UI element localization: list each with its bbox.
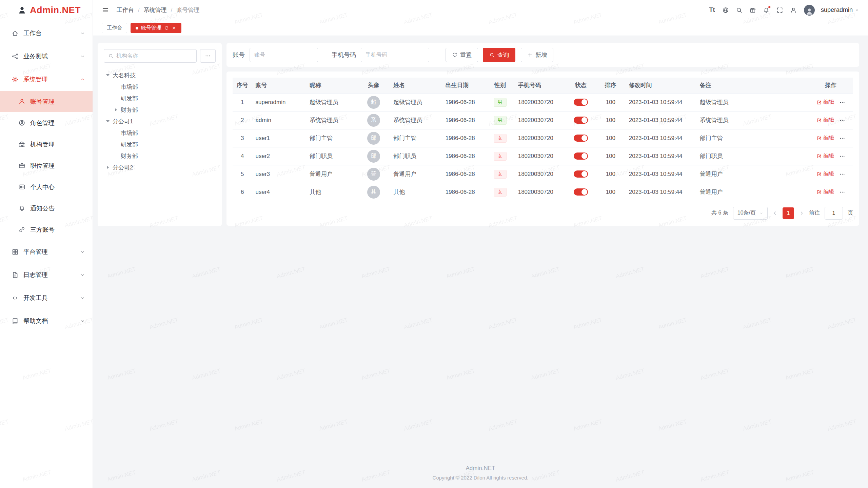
- cell-account: user2: [252, 147, 306, 165]
- sidebar-item[interactable]: 帮助文档: [0, 309, 93, 332]
- search-icon[interactable]: [734, 5, 744, 15]
- refresh-icon[interactable]: [164, 26, 169, 30]
- fullscreen-icon[interactable]: [775, 5, 785, 15]
- sidebar-item[interactable]: 三方账号: [0, 219, 93, 240]
- more-actions-icon[interactable]: [839, 153, 845, 159]
- next-page-icon[interactable]: [799, 210, 804, 216]
- sidebar-item[interactable]: 个人中心: [0, 176, 93, 198]
- sidebar-item[interactable]: 机构管理: [0, 134, 93, 155]
- chevron-down-icon: [80, 249, 85, 255]
- edit-label: 编辑: [824, 170, 834, 178]
- tree-node[interactable]: 研发部: [104, 139, 216, 150]
- edit-button[interactable]: 编辑: [816, 152, 834, 160]
- tree-node[interactable]: 市场部: [104, 81, 216, 93]
- tree-node[interactable]: 财务部: [104, 150, 216, 162]
- status-toggle[interactable]: [574, 135, 588, 142]
- cell-sort: 100: [596, 129, 626, 147]
- profile-icon[interactable]: [788, 5, 798, 15]
- cell-avatar: 超: [357, 93, 390, 111]
- cell-birthday: 1986-06-28: [442, 129, 486, 147]
- org-search-input[interactable]: [116, 53, 192, 59]
- edit-button[interactable]: 编辑: [816, 170, 834, 178]
- reset-button[interactable]: 重置: [446, 48, 478, 62]
- cell-actions: 编辑: [808, 183, 853, 201]
- logo[interactable]: Admin.NET: [0, 0, 93, 20]
- active-tab-dot: [136, 27, 138, 29]
- breadcrumb-item[interactable]: 系统管理: [144, 6, 167, 14]
- cell-modified-time: 2023-01-03 10:59:44: [626, 111, 696, 129]
- language-icon[interactable]: [721, 5, 731, 15]
- edit-icon: [816, 118, 822, 123]
- avatar[interactable]: [804, 5, 815, 16]
- edit-button[interactable]: 编辑: [816, 117, 834, 124]
- sidebar-item[interactable]: 开发工具: [0, 286, 93, 309]
- sidebar-item[interactable]: 平台管理: [0, 240, 93, 263]
- notification-bell-icon[interactable]: [761, 5, 771, 15]
- sidebar-item[interactable]: 账号管理: [0, 91, 93, 112]
- sidebar-item[interactable]: 职位管理: [0, 155, 93, 176]
- tree-node[interactable]: 研发部: [104, 93, 216, 104]
- cell-actions: 编辑: [808, 111, 853, 129]
- font-size-icon[interactable]: Tt: [707, 5, 717, 15]
- cell-gender: 女: [486, 147, 515, 165]
- sidebar-item[interactable]: 系统管理: [0, 68, 93, 91]
- username: superadmin: [821, 6, 853, 14]
- add-button[interactable]: 新增: [521, 48, 553, 62]
- cell-name: 其他: [390, 183, 442, 201]
- more-actions-icon[interactable]: [839, 171, 845, 177]
- prev-page-icon[interactable]: [772, 210, 778, 216]
- caret-icon: [114, 108, 118, 112]
- cell-birthday: 1986-06-28: [442, 183, 486, 201]
- log-icon: [12, 271, 19, 279]
- tree-node[interactable]: 财务部: [104, 104, 216, 116]
- more-actions-icon[interactable]: [839, 99, 845, 105]
- status-toggle[interactable]: [574, 188, 588, 196]
- tabs-bar: 工作台 账号管理: [93, 20, 868, 36]
- sidebar-item[interactable]: 业务测试: [0, 45, 93, 68]
- goto-page-input[interactable]: [825, 207, 843, 220]
- cell-avatar: 系: [357, 111, 390, 129]
- more-icon: [205, 53, 211, 59]
- tab-account-management[interactable]: 账号管理: [131, 23, 181, 33]
- chevron-down-icon: [80, 272, 85, 278]
- cell-index: 4: [233, 147, 252, 165]
- notification-badge: [768, 6, 771, 8]
- tree-node[interactable]: 分公司2: [104, 162, 216, 173]
- sidebar-item[interactable]: 工作台: [0, 22, 93, 45]
- page-size-select[interactable]: 10条/页: [733, 207, 768, 220]
- phone-input[interactable]: [361, 48, 429, 62]
- tab-workbench[interactable]: 工作台: [102, 23, 127, 33]
- cell-phone: 18020030720: [515, 147, 566, 165]
- tree-node[interactable]: 市场部: [104, 127, 216, 139]
- theme-icon[interactable]: [748, 5, 758, 15]
- breadcrumb-item[interactable]: 工作台: [117, 6, 134, 14]
- tree-more-button[interactable]: [200, 49, 216, 63]
- status-toggle[interactable]: [574, 99, 588, 106]
- status-toggle[interactable]: [574, 170, 588, 178]
- status-toggle[interactable]: [574, 117, 588, 124]
- search-button[interactable]: 查询: [483, 48, 515, 62]
- more-actions-icon[interactable]: [839, 117, 845, 123]
- sidebar-item[interactable]: 角色管理: [0, 112, 93, 134]
- status-toggle[interactable]: [574, 152, 588, 160]
- tree-node[interactable]: 分公司1: [104, 116, 216, 127]
- sidebar-item[interactable]: 日志管理: [0, 263, 93, 286]
- more-actions-icon[interactable]: [839, 135, 845, 141]
- account-input[interactable]: [250, 48, 318, 62]
- tree-node[interactable]: 大名科技: [104, 69, 216, 81]
- page-number-current[interactable]: 1: [783, 207, 794, 219]
- hamburger-icon[interactable]: [102, 6, 109, 14]
- more-actions-icon[interactable]: [839, 189, 845, 195]
- sidebar-item[interactable]: 通知公告: [0, 198, 93, 219]
- user-menu[interactable]: superadmin: [821, 6, 859, 14]
- sidebar-item-label: 日志管理: [23, 271, 48, 279]
- chevron-down-icon: [80, 54, 85, 59]
- edit-button[interactable]: 编辑: [816, 188, 834, 196]
- edit-button[interactable]: 编辑: [816, 99, 834, 106]
- column-header: 排序: [596, 78, 626, 93]
- doc-icon: [12, 318, 19, 325]
- close-icon[interactable]: [172, 26, 176, 30]
- column-header: 昵称: [306, 78, 357, 93]
- edit-button[interactable]: 编辑: [816, 135, 834, 142]
- cell-birthday: 1986-06-28: [442, 111, 486, 129]
